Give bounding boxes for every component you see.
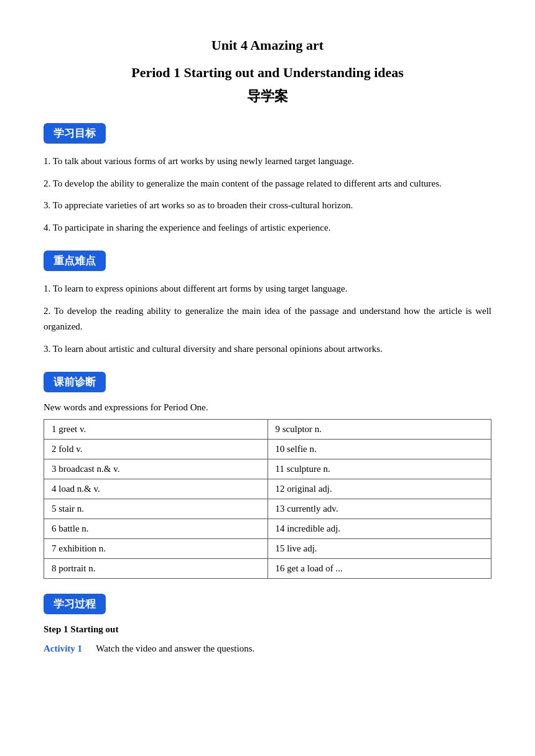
vocab-cell-6-0: 7 exhibition n. <box>44 539 268 559</box>
table-row: 1 greet v.9 sculptor n. <box>44 420 491 440</box>
section-learning-goals: 学习目标 1. To talk about various forms of a… <box>44 123 491 236</box>
table-row: 6 battle n.14 incredible adj. <box>44 519 491 539</box>
vocab-cell-7-1: 16 get a load of ... <box>268 559 491 579</box>
vocab-cell-3-1: 12 original adj. <box>268 479 491 499</box>
table-row: 7 exhibition n.15 live adj. <box>44 539 491 559</box>
vocab-cell-6-1: 15 live adj. <box>268 539 491 559</box>
activity1-label: Activity 1 <box>44 643 82 653</box>
vocab-cell-7-0: 8 portrait n. <box>44 559 268 579</box>
vocab-cell-4-0: 5 stair n. <box>44 499 268 519</box>
table-row: 2 fold v.10 selfie n. <box>44 440 491 459</box>
vocab-cell-1-0: 2 fold v. <box>44 440 268 459</box>
activity1-text: Watch the video and answer the questions… <box>96 643 254 653</box>
key-3: 3. To learn about artistic and cultural … <box>44 341 491 357</box>
vocab-cell-3-0: 4 load n.& v. <box>44 479 268 499</box>
vocab-cell-1-1: 10 selfie n. <box>268 440 491 459</box>
section-key-points: 重点难点 1. To learn to express opinions abo… <box>44 251 491 357</box>
section-process: 学习过程 Step 1 Starting out Activity 1 Watc… <box>44 594 491 657</box>
goal-4: 4. To participate in sharing the experie… <box>44 220 491 236</box>
vocab-cell-5-0: 6 battle n. <box>44 519 268 539</box>
vocab-cell-0-1: 9 sculptor n. <box>268 420 491 440</box>
table-row: 4 load n.& v.12 original adj. <box>44 479 491 499</box>
table-row: 8 portrait n.16 get a load of ... <box>44 559 491 579</box>
activity1-line: Activity 1 Watch the video and answer th… <box>44 641 491 657</box>
vocab-cell-4-1: 13 currently adv. <box>268 499 491 519</box>
table-row: 5 stair n.13 currently adv. <box>44 499 491 519</box>
key-1: 1. To learn to express opinions about di… <box>44 281 491 297</box>
vocab-table: 1 greet v.9 sculptor n.2 fold v.10 selfi… <box>44 419 491 579</box>
section-pre-diagnosis: 课前诊断 New words and expressions for Perio… <box>44 372 491 579</box>
vocab-cell-5-1: 14 incredible adj. <box>268 519 491 539</box>
badge-process: 学习过程 <box>44 594 106 614</box>
sub-title: Period 1 Starting out and Understanding … <box>44 65 491 81</box>
vocab-cell-2-1: 11 sculpture n. <box>268 459 491 479</box>
vocab-intro: New words and expressions for Period One… <box>44 402 491 413</box>
goal-3: 3. To appreciate varieties of art works … <box>44 198 491 214</box>
badge-pre-diagnosis: 课前诊断 <box>44 372 106 392</box>
chinese-title: 导学案 <box>44 87 491 106</box>
vocab-cell-0-0: 1 greet v. <box>44 420 268 440</box>
goal-1: 1. To talk about various forms of art wo… <box>44 154 491 170</box>
learning-goals-content: 1. To talk about various forms of art wo… <box>44 154 491 236</box>
badge-learning-goals: 学习目标 <box>44 123 106 144</box>
badge-key-points: 重点难点 <box>44 251 106 271</box>
key-2: 2. To develop the reading ability to gen… <box>44 303 491 335</box>
main-title: Unit 4 Amazing art <box>44 37 491 53</box>
key-points-content: 1. To learn to express opinions about di… <box>44 281 491 357</box>
vocab-cell-2-0: 3 broadcast n.& v. <box>44 459 268 479</box>
step1-title: Step 1 Starting out <box>44 624 491 635</box>
goal-2: 2. To develop the ability to generalize … <box>44 176 491 192</box>
table-row: 3 broadcast n.& v.11 sculpture n. <box>44 459 491 479</box>
